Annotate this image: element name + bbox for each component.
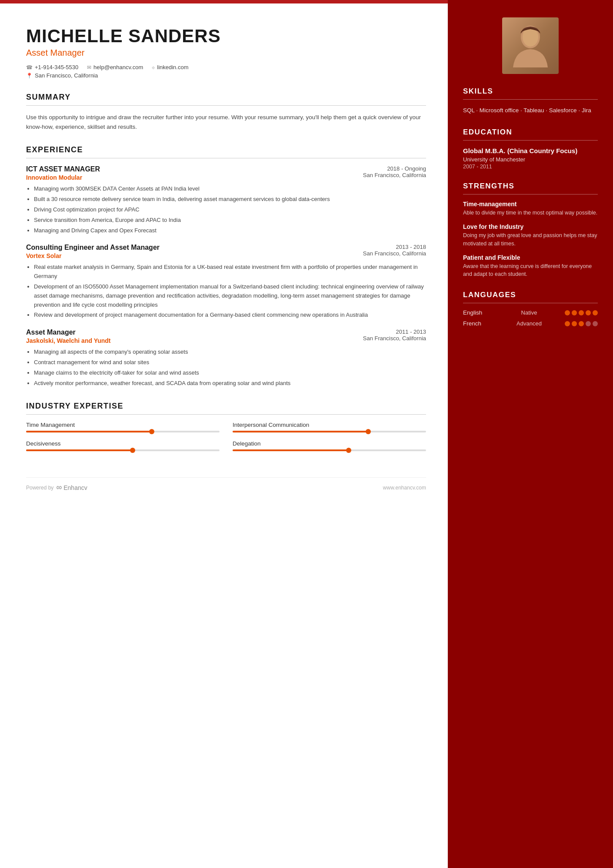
expertise-item-3: Delegation bbox=[233, 440, 426, 451]
bullet-item: Development of an ISO55000 Asset Managem… bbox=[34, 282, 426, 309]
expertise-item-2: Decisiveness bbox=[26, 440, 220, 451]
strength-desc-0: Able to divide my time in the most optim… bbox=[463, 209, 598, 217]
job-1-title-company: ICT ASSET MANAGER Innovation Modular bbox=[26, 165, 100, 181]
job-3-meta: 2011 - 2013 San Francisco, California bbox=[363, 328, 426, 342]
expertise-item-0: Time Management bbox=[26, 422, 220, 432]
summary-text: Use this opportunity to intrigue and dra… bbox=[26, 113, 426, 131]
expertise-bar-track-0 bbox=[26, 431, 220, 432]
linkedin-contact: ⟐ linkedin.com bbox=[152, 64, 188, 70]
strengths-section: STRENGTHS Time-management Able to divide… bbox=[463, 182, 598, 278]
job-2-title-company: Consulting Engineer and Asset Manager Vo… bbox=[26, 244, 160, 259]
strength-item-0: Time-management Able to divide my time i… bbox=[463, 201, 598, 217]
lang-name-0: English bbox=[463, 309, 493, 316]
strength-item-2: Patient and Flexible Aware that the lear… bbox=[463, 254, 598, 279]
phone-contact: ☎ +1-914-345-5530 bbox=[26, 64, 78, 70]
languages-divider bbox=[463, 303, 598, 303]
job-3-location: San Francisco, California bbox=[363, 335, 426, 342]
expertise-bar-track-2 bbox=[26, 449, 220, 451]
skills-text: SQL · Microsoft office · Tableau · Sales… bbox=[463, 106, 598, 116]
expertise-label-1: Interpersonal Communication bbox=[233, 422, 426, 428]
job-3-title: Asset Manager bbox=[26, 328, 111, 336]
expertise-label-3: Delegation bbox=[233, 440, 426, 447]
person-silhouette-icon bbox=[513, 24, 548, 67]
bullet-item: Driving Cost optimization project for AP… bbox=[34, 205, 426, 214]
powered-by-label: Powered by bbox=[26, 485, 53, 491]
bullet-item: Managing worth 300MSEK DATA Center Asset… bbox=[34, 184, 426, 194]
strengths-divider bbox=[463, 194, 598, 194]
experience-divider bbox=[26, 158, 426, 158]
strengths-title: STRENGTHS bbox=[463, 182, 598, 191]
job-2-title: Consulting Engineer and Asset Manager bbox=[26, 244, 160, 251]
lang-dots-1 bbox=[565, 321, 598, 326]
expertise-bar-fill-3 bbox=[233, 449, 349, 451]
bullet-item: Review and development of project manage… bbox=[34, 311, 426, 320]
summary-section: SUMMARY Use this opportunity to intrigue… bbox=[26, 93, 426, 131]
expertise-grid: Time Management Interpersonal Communicat… bbox=[26, 422, 426, 451]
job-3-bullets: Managing all aspects of the company's op… bbox=[26, 348, 426, 388]
expertise-dot-3 bbox=[346, 448, 351, 453]
bullet-item: Service transition from America, Europe … bbox=[34, 216, 426, 225]
expertise-bar-track-1 bbox=[233, 431, 426, 432]
expertise-bar-track-3 bbox=[233, 449, 426, 451]
lang-dot bbox=[572, 321, 577, 326]
enhancv-logo-text: Enhancv bbox=[63, 484, 87, 491]
expertise-section: INDUSTRY EXPERTISE Time Management Inter… bbox=[26, 402, 426, 451]
expertise-title: INDUSTRY EXPERTISE bbox=[26, 402, 426, 411]
bullet-item: Actively monitor performance, weather fo… bbox=[34, 379, 426, 388]
summary-title: SUMMARY bbox=[26, 93, 426, 102]
bullet-item: Contract management for wind and solar s… bbox=[34, 358, 426, 367]
lang-dots-0 bbox=[565, 310, 598, 315]
lang-dot bbox=[593, 321, 598, 326]
skills-title: SKILLS bbox=[463, 87, 598, 96]
main-column: MICHELLE SANDERS Asset Manager ☎ +1-914-… bbox=[0, 0, 448, 868]
education-title: EDUCATION bbox=[463, 128, 598, 137]
strength-title-0: Time-management bbox=[463, 201, 598, 208]
job-1-company: Innovation Modular bbox=[26, 174, 100, 181]
strength-item-1: Love for the Industry Doing my job with … bbox=[463, 223, 598, 248]
sidebar: SKILLS SQL · Microsoft office · Tableau … bbox=[448, 0, 613, 868]
expertise-bar-fill-2 bbox=[26, 449, 133, 451]
lang-dot bbox=[593, 310, 598, 315]
language-row-1: French Advanced bbox=[463, 320, 598, 327]
skills-section: SKILLS SQL · Microsoft office · Tableau … bbox=[463, 87, 598, 116]
logo-infinity-icon: ∞ bbox=[56, 483, 62, 492]
languages-title: LANGUAGES bbox=[463, 291, 598, 299]
lang-dot bbox=[586, 321, 591, 326]
email-address: help@enhancv.com bbox=[93, 64, 143, 70]
expertise-divider bbox=[26, 414, 426, 415]
job-1-location: San Francisco, California bbox=[363, 172, 426, 178]
lang-dot bbox=[572, 310, 577, 315]
education-divider bbox=[463, 140, 598, 141]
bullet-item: Manage claims to the electricity off-tak… bbox=[34, 369, 426, 378]
location-contact: 📍 San Francisco, California bbox=[26, 72, 98, 79]
job-3-company: Jaskolski, Waelchi and Yundt bbox=[26, 337, 111, 344]
job-2-company: Vortex Solar bbox=[26, 252, 160, 259]
expertise-dot-2 bbox=[130, 448, 135, 453]
footer-website: www.enhancv.com bbox=[383, 485, 426, 491]
candidate-title: Asset Manager bbox=[26, 48, 426, 58]
summary-divider bbox=[26, 105, 426, 106]
lang-name-1: French bbox=[463, 320, 493, 327]
language-row-0: English Native bbox=[463, 309, 598, 316]
job-3-title-company: Asset Manager Jaskolski, Waelchi and Yun… bbox=[26, 328, 111, 344]
bullet-item: Built a 30 resource remote delivery serv… bbox=[34, 195, 426, 204]
job-2-dates: 2013 - 2018 bbox=[372, 244, 426, 250]
lang-level-0: Native bbox=[514, 309, 544, 316]
phone-icon: ☎ bbox=[26, 64, 33, 70]
profile-photo bbox=[502, 17, 559, 74]
candidate-name: MICHELLE SANDERS bbox=[26, 26, 426, 46]
bullet-item: Managing and Driving Capex and Opex Fore… bbox=[34, 226, 426, 235]
lang-dot bbox=[565, 310, 570, 315]
strength-desc-2: Aware that the learning curve is differe… bbox=[463, 262, 598, 279]
powered-by: Powered by ∞ Enhancv bbox=[26, 483, 87, 492]
linkedin-url: linkedin.com bbox=[157, 64, 188, 70]
email-icon: ✉ bbox=[87, 64, 91, 70]
expertise-label-0: Time Management bbox=[26, 422, 220, 428]
lang-dot bbox=[565, 321, 570, 326]
lang-dot bbox=[586, 310, 591, 315]
location-icon: 📍 bbox=[26, 73, 33, 79]
lang-level-1: Advanced bbox=[514, 320, 544, 327]
linkedin-icon: ⟐ bbox=[152, 64, 155, 70]
job-2-bullets: Real estate market analysis in Germany, … bbox=[26, 263, 426, 320]
contact-info: ☎ +1-914-345-5530 ✉ help@enhancv.com ⟐ l… bbox=[26, 64, 426, 70]
